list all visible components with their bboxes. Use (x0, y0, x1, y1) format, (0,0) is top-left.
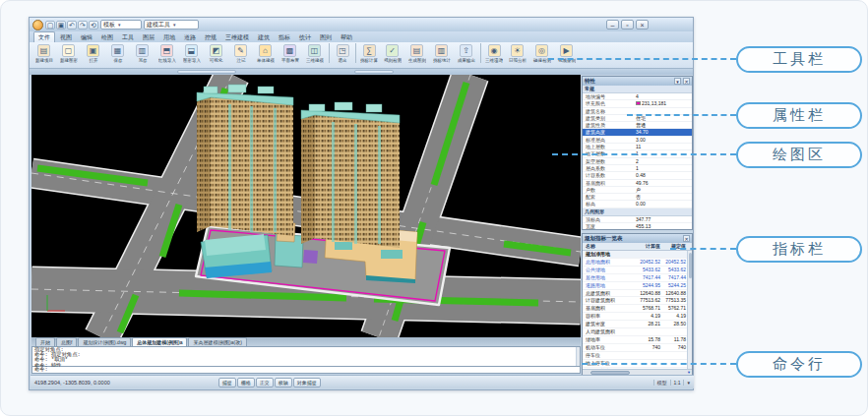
property-value[interactable]: 2 (634, 158, 692, 164)
quick-access-icon[interactable]: ▣ (56, 21, 66, 30)
drawing-file-tab[interactable]: 某高层建模(例图)a(改) (188, 337, 246, 346)
vertical-scrollbar[interactable] (687, 251, 692, 369)
toolbar-button[interactable]: ✓ 规则检测 (380, 43, 404, 63)
property-value[interactable]: 0.48 (634, 172, 692, 178)
property-value[interactable]: 普通 (634, 122, 692, 128)
drawing-file-tab[interactable]: 总图f (56, 337, 77, 346)
toolbar-button[interactable]: ▤ 生成图则 (404, 43, 429, 63)
toolbar-button[interactable]: ⬓ 图形导入 (179, 43, 204, 63)
status-toggle-button[interactable]: 对象捕捉 (293, 378, 321, 387)
toolbar-button[interactable]: ▦ 保存 (105, 43, 130, 63)
table-row[interactable]: 总建筑面积 12640.88 12640.88 (583, 290, 692, 298)
ribbon-tab[interactable]: 编辑 (77, 32, 96, 42)
ribbon-tab[interactable]: 建筑 (254, 32, 274, 42)
ribbon-group-grip[interactable] (354, 70, 394, 74)
property-row[interactable]: 配套 否 (583, 194, 692, 201)
toolbar-button[interactable]: ▤ 新建项目 (31, 43, 56, 63)
column-name[interactable]: 名称 (583, 243, 629, 250)
status-right-item[interactable]: ▾ (683, 380, 690, 386)
table-row[interactable]: 居住用地 7417.44 7417.44 (583, 274, 692, 282)
ribbon-tab[interactable]: 帮助 (337, 32, 356, 42)
drawing-area[interactable] (31, 75, 581, 337)
property-row[interactable]: 顶标高 347.77 (583, 216, 692, 223)
status-toggle-button[interactable]: 栅格 (237, 378, 255, 387)
command-scrollbar[interactable] (576, 347, 580, 366)
table-row[interactable]: 总用地面积 20452.52 20452.52 (583, 259, 692, 267)
toolbar-button[interactable]: ☀ 日照分析 (505, 43, 529, 63)
property-row[interactable]: 标高 0.00 (583, 201, 692, 208)
toolbar-button[interactable]: ▣ 打开 (81, 43, 105, 63)
ribbon-tab[interactable]: 文件 (33, 31, 55, 42)
close-icon[interactable]: ✕ (683, 235, 690, 242)
ribbon-group-grip[interactable] (177, 70, 236, 74)
ribbon-tab[interactable]: 指标 (275, 32, 294, 42)
property-row[interactable]: 建筑高度 34.70 (583, 129, 692, 136)
quick-access-icon[interactable]: ⟲ (89, 21, 98, 30)
table-row[interactable]: 基底面积 5768.71 5762.71 (583, 305, 692, 313)
property-value[interactable] (634, 108, 692, 114)
property-value[interactable]: 347.77 (634, 216, 692, 222)
property-row[interactable]: 计容系数 0.48 (583, 172, 692, 179)
drawing-file-tab[interactable]: 开始 (35, 337, 55, 346)
toolbar-button[interactable]: ∑ 指标计算 (355, 43, 380, 63)
command-prompt[interactable]: 命令: (31, 367, 581, 374)
property-value[interactable]: 11 (634, 144, 692, 149)
property-row[interactable]: 宽度 455.13 (583, 223, 692, 229)
ribbon-tab[interactable]: 图层 (139, 32, 158, 42)
quick-access-icon[interactable]: ▢ (45, 21, 55, 30)
ribbon-tab[interactable]: 工具 (118, 32, 138, 42)
toolbar-button[interactable]: ✎ 注记 (228, 43, 253, 63)
property-row[interactable]: 地块编号 4 (583, 93, 692, 100)
quick-access-icon[interactable]: ↷ (78, 21, 88, 30)
minimize-icon[interactable]: ▾ (674, 78, 681, 85)
toolbar-button[interactable]: ◳ 退出 (329, 43, 353, 63)
property-row[interactable]: 标准层高 3.00 (583, 137, 692, 144)
property-row[interactable]: 架空层数 2 (583, 158, 692, 165)
command-history[interactable]: 指定对角点:命令: 指定对角点:命令: *取消*命令: 特性 (31, 346, 581, 367)
property-value[interactable]: 0.00 (634, 201, 692, 207)
toolbar-button[interactable]: ◎ 碰撞检测 (529, 43, 554, 63)
quick-access-icon[interactable]: ↶ (67, 21, 77, 30)
window-control-button[interactable]: × (636, 20, 649, 30)
status-toggle-button[interactable]: 捕捉 (218, 378, 236, 387)
property-row[interactable]: 户数 户 (583, 187, 692, 194)
table-row[interactable]: 建筑密度 28.21 28.50 (583, 321, 692, 328)
property-value[interactable]: 49.76 (634, 180, 692, 186)
properties-panel-header[interactable]: 特性 ▾ ✕ (583, 77, 692, 86)
table-row[interactable]: 人均建筑面积 (583, 328, 692, 336)
indicators-panel-header[interactable]: 规划指标一览表 ✕ (583, 234, 692, 243)
status-toggle-button[interactable]: 正交 (256, 378, 274, 387)
toolbar-button[interactable]: ◫ 三维建模 (302, 43, 327, 63)
toolbar-button[interactable]: ▢ 新建图形 (56, 43, 81, 63)
property-row[interactable]: 层高系数 1 (583, 165, 692, 172)
toolbar-button[interactable]: ⌂ 单体建模 (253, 43, 278, 63)
status-toggle-button[interactable]: 极轴 (275, 378, 292, 387)
table-row[interactable]: 停车位 (583, 352, 692, 360)
drawing-file-tab[interactable]: 总体规划建模(例图)a (132, 337, 187, 346)
toolbar-button[interactable]: ▶ 视频录制 (554, 43, 579, 63)
toolbar-button[interactable]: ◩ 可视化 (204, 43, 228, 63)
table-row[interactable]: 公共绿地 5433.62 5433.62 (583, 267, 692, 274)
table-row[interactable]: 计容建筑面积 77513.62 77513.35 (583, 297, 692, 305)
property-value[interactable]: 34.70 (634, 129, 692, 135)
property-value[interactable]: 231,13,181 (634, 100, 692, 106)
ribbon-tab[interactable]: 用地 (159, 32, 179, 42)
ribbon-tab[interactable]: 图则 (316, 32, 336, 42)
toolbar-button[interactable]: ⬒ 红线导入 (155, 43, 179, 63)
status-right-item[interactable]: 模型 (653, 380, 667, 386)
ribbon-tab[interactable]: 统计 (295, 32, 315, 42)
toolbar-button[interactable]: ▩ 平面布置 (278, 43, 302, 63)
table-row[interactable]: 绿地率 15.78 11.78 (583, 336, 692, 344)
drawing-file-tab[interactable]: 规划设计(例图).dwg (78, 337, 131, 346)
workspace-combo[interactable]: 模板 ▾ (100, 20, 142, 30)
ribbon-tab[interactable]: 道路 (180, 32, 200, 42)
property-value[interactable]: 3.00 (634, 137, 692, 143)
table-row[interactable]: 机动车位 740 740 (583, 344, 692, 352)
property-row[interactable]: 基底面积 49.76 (583, 180, 692, 187)
ribbon-tab[interactable]: 三维建模 (221, 32, 253, 42)
property-row[interactable]: 建筑性质 普通 (583, 122, 692, 129)
application-menu-button[interactable] (32, 20, 43, 30)
properties-section-general[interactable]: 常规 (583, 86, 692, 93)
close-icon[interactable]: ✕ (683, 78, 690, 85)
property-row[interactable]: 地上层数 11 (583, 144, 692, 150)
